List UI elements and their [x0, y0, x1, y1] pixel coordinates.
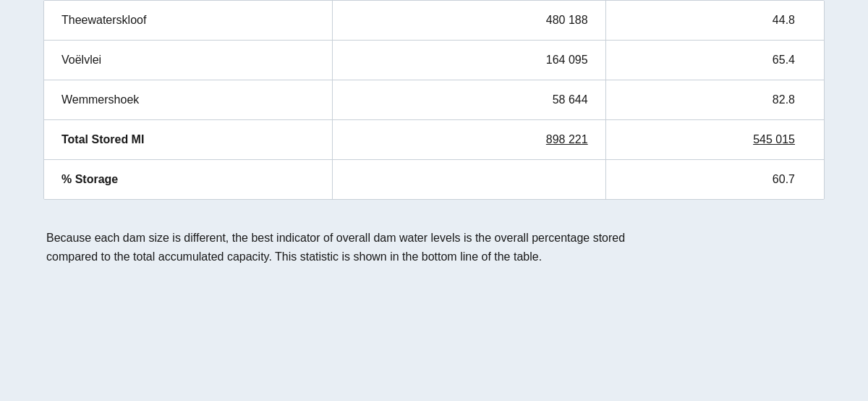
total-percent-underlined: 545 015 [753, 133, 795, 145]
total-percent-cell: 545 015 [605, 120, 824, 160]
data-table-wrapper: Theewaterskloof 480 188 44.8 Voëlvlei 16… [43, 0, 825, 200]
dam-name-cell: Wemmershoek [44, 80, 333, 120]
storage-value-cell [333, 160, 605, 200]
table-row-total: Total Stored MI 898 221 545 015 [44, 120, 824, 160]
dam-percent-cell: 82.8 [605, 80, 824, 120]
dam-percent-cell: 44.8 [605, 1, 824, 41]
total-value-cell: 898 221 [333, 120, 605, 160]
table-row: Voëlvlei 164 095 65.4 [44, 41, 824, 80]
total-value-underlined: 898 221 [546, 133, 588, 145]
table-row: Wemmershoek 58 644 82.8 [44, 80, 824, 120]
page-container: Theewaterskloof 480 188 44.8 Voëlvlei 16… [0, 0, 868, 401]
dam-name-cell: Theewaterskloof [44, 1, 333, 41]
dam-data-table: Theewaterskloof 480 188 44.8 Voëlvlei 16… [44, 1, 824, 199]
table-row: Theewaterskloof 480 188 44.8 [44, 1, 824, 41]
dam-value-cell: 58 644 [333, 80, 605, 120]
dam-value-cell: 480 188 [333, 1, 605, 41]
storage-label-cell: % Storage [44, 160, 333, 200]
table-row-storage: % Storage 60.7 [44, 160, 824, 200]
storage-percent-cell: 60.7 [605, 160, 824, 200]
description-paragraph: Because each dam size is different, the … [43, 223, 637, 266]
dam-value-cell: 164 095 [333, 41, 605, 80]
total-label-cell: Total Stored MI [44, 120, 333, 160]
dam-percent-cell: 65.4 [605, 41, 824, 80]
dam-name-cell: Voëlvlei [44, 41, 333, 80]
